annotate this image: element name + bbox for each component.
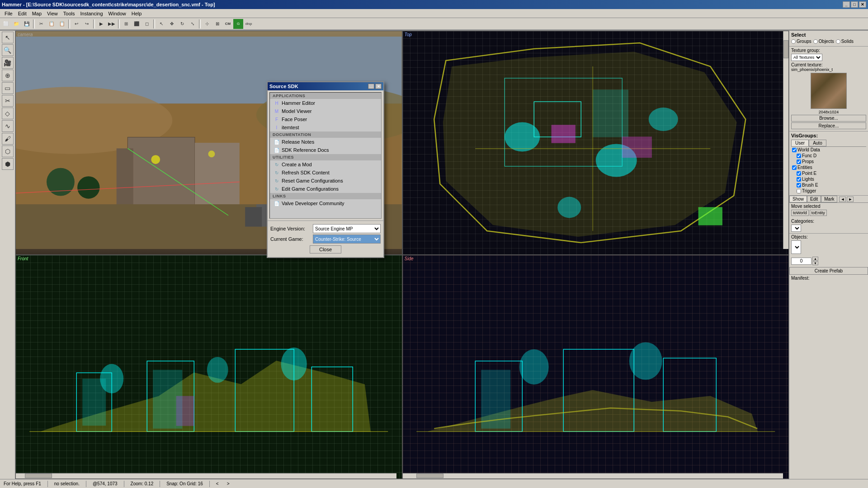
browse-button[interactable]: Browse... [791, 115, 866, 122]
tb-disp[interactable]: disp [244, 19, 254, 29]
minimize-button[interactable]: _ [843, 1, 850, 8]
tool-vertex[interactable]: ◇ [2, 108, 14, 119]
groups-radio[interactable] [791, 39, 796, 44]
sdk-content: APPLICATIONS H Hammer Editor M Model Vie… [268, 92, 383, 257]
tool-decal[interactable]: ⬡ [2, 145, 14, 157]
viewport-side[interactable]: Side [402, 255, 789, 479]
tb-cut[interactable]: ✂ [36, 19, 46, 29]
tab-mark[interactable]: Mark [821, 196, 837, 202]
menu-instancing[interactable]: Instancing [77, 10, 105, 17]
texture-group-select[interactable]: All Textures [791, 54, 822, 61]
tb-paste[interactable]: 📋 [57, 19, 67, 29]
sdk-item-refresh-sdk[interactable]: ↻ Refresh SDK Content [270, 169, 381, 177]
brushe-checkbox[interactable] [797, 183, 801, 188]
tb-select[interactable]: ↖ [156, 19, 166, 29]
tb-scale[interactable]: ⤡ [188, 19, 198, 29]
side-scrollbar-h[interactable] [403, 473, 783, 479]
tool-pointer[interactable]: ↖ [2, 32, 14, 43]
top-scrollbar-v[interactable] [783, 31, 788, 249]
tb-move[interactable]: ✥ [167, 19, 177, 29]
objects-radio-label[interactable]: Objects [813, 39, 834, 44]
funcd-checkbox[interactable] [797, 154, 801, 158]
create-prefab-button[interactable]: Create Prefab [789, 267, 868, 275]
tab-show[interactable]: Show [789, 196, 807, 202]
tb-g1[interactable]: G [233, 19, 243, 29]
tool-entity[interactable]: ⊕ [2, 70, 14, 81]
tool-overlay[interactable]: ⬢ [2, 158, 14, 170]
to-world-btn[interactable]: toWorld [791, 210, 809, 216]
tb-redo[interactable]: ↪ [82, 19, 92, 29]
objects-radio[interactable] [813, 39, 818, 44]
sdk-item-release-notes[interactable]: 📄 Release Notes [270, 138, 381, 146]
tb-new[interactable]: ⬜ [1, 19, 11, 29]
tool-brush[interactable]: ▭ [2, 82, 14, 94]
tool-clip[interactable]: ✂ [2, 95, 14, 107]
menu-file[interactable]: File [2, 10, 15, 17]
close-button[interactable]: ✕ [859, 1, 866, 8]
tab-edit[interactable]: Edit [807, 196, 821, 202]
tool-zoom[interactable]: 🔍 [2, 44, 14, 56]
sdk-close-button[interactable]: Close [310, 245, 341, 253]
menu-help[interactable]: Help [129, 10, 145, 17]
tb-open[interactable]: 📁 [11, 19, 21, 29]
menu-tools[interactable]: Tools [61, 10, 78, 17]
menu-window[interactable]: Window [106, 10, 129, 17]
current-game-select[interactable]: Counter-Strike: Source [313, 235, 381, 244]
solids-radio[interactable] [836, 39, 840, 44]
to-entity-btn[interactable]: toEntity [810, 210, 827, 216]
maximize-button[interactable]: □ [851, 1, 858, 8]
tb-compile[interactable]: ▶ [96, 19, 106, 29]
tool-paint[interactable]: 🖌 [2, 133, 14, 145]
trigger-checkbox[interactable] [797, 189, 801, 193]
front-scrollbar-h[interactable] [16, 473, 396, 479]
num-input[interactable]: 0 [791, 258, 811, 265]
tb-run[interactable]: ▶▶ [107, 19, 117, 29]
engine-version-select[interactable]: Source Engine MP [313, 224, 381, 233]
tb-save[interactable]: 💾 [22, 19, 32, 29]
sdk-list-area[interactable]: APPLICATIONS H Hammer Editor M Model Vie… [269, 92, 382, 219]
num-up[interactable]: ▲ [812, 257, 818, 261]
num-down[interactable]: ▼ [812, 261, 818, 265]
tb-snap[interactable]: ⊹ [202, 19, 212, 29]
menu-edit[interactable]: Edit [15, 10, 29, 17]
viewport-top[interactable]: Top [402, 31, 789, 255]
categories-select[interactable] [791, 225, 801, 232]
tb-rotate[interactable]: ↻ [177, 19, 187, 29]
tab-auto[interactable]: Auto [809, 140, 826, 146]
sdk-item-create-mod[interactable]: ↻ Create a Mod [270, 160, 381, 169]
menu-map[interactable]: Map [29, 10, 44, 17]
solids-radio-label[interactable]: Solids [836, 39, 854, 44]
tb-copy[interactable]: 📋 [47, 19, 57, 29]
viewport-front[interactable]: Front [15, 255, 402, 479]
tb-snap2[interactable]: ⊠ [212, 19, 222, 29]
sdk-item-edit-game-config[interactable]: ↻ Edit Game Configurations [270, 185, 381, 193]
tb-3d-toggle[interactable]: ⬛ [132, 19, 142, 29]
sdk-close-btn-x[interactable]: ✕ [375, 84, 382, 89]
objects-select[interactable] [791, 240, 801, 254]
replace-button[interactable]: Replace... [791, 122, 866, 129]
tb-undo[interactable]: ↩ [71, 19, 81, 29]
sdk-item-hammer[interactable]: H Hammer Editor [270, 99, 381, 107]
entities-checkbox[interactable] [792, 165, 797, 170]
arrow-right-btn[interactable]: ► [847, 197, 854, 202]
pointe-checkbox[interactable] [797, 171, 801, 176]
groups-radio-label[interactable]: Groups [791, 39, 811, 44]
tb-grid-toggle[interactable]: ⊞ [121, 19, 131, 29]
lights-checkbox[interactable] [797, 177, 801, 182]
sdk-item-itemtest[interactable]: I itemtest [270, 123, 381, 131]
sdk-item-valve-community[interactable]: 📄 Valve Developer Community [270, 199, 381, 207]
arrow-left-btn[interactable]: ◄ [839, 197, 846, 202]
tool-displacement[interactable]: ∿ [2, 120, 14, 132]
props-checkbox[interactable] [797, 160, 801, 164]
sdk-item-reset-game-config[interactable]: ↻ Reset Game Configurations [270, 177, 381, 185]
menu-view[interactable]: View [44, 10, 61, 17]
sdk-item-faceposer[interactable]: F Face Poser [270, 115, 381, 123]
sdk-item-modelviewer[interactable]: M Model Viewer [270, 107, 381, 115]
tool-camera[interactable]: 🎥 [2, 57, 14, 69]
worlddata-checkbox[interactable] [792, 148, 797, 152]
tb-wire[interactable]: ◻ [142, 19, 152, 29]
sdk-item-sdk-docs[interactable]: 📄 SDK Reference Docs [270, 146, 381, 154]
sdk-minimize-btn[interactable]: _ [368, 84, 374, 89]
tb-cm[interactable]: CM [223, 19, 233, 29]
tab-user[interactable]: User [791, 140, 809, 146]
